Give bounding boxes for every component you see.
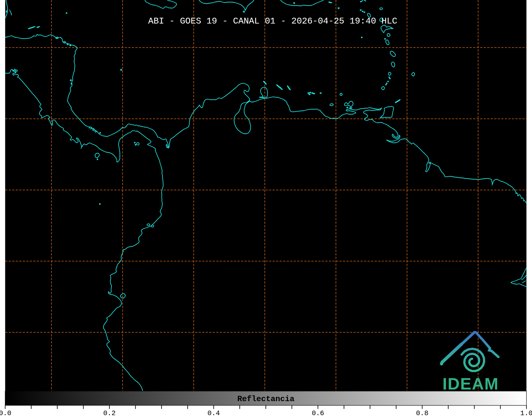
svg-text:IDEAM: IDEAM	[443, 374, 499, 393]
svg-text:0.6: 0.6	[312, 409, 324, 417]
svg-text:1.0: 1.0	[520, 409, 532, 417]
svg-text:0.2: 0.2	[103, 409, 116, 417]
svg-text:Reflectancia: Reflectancia	[237, 395, 294, 404]
svg-text:0.4: 0.4	[207, 409, 220, 417]
svg-text:ABI - GOES 19 - CANAL 01 - 202: ABI - GOES 19 - CANAL 01 - 2026-04-25 19…	[148, 16, 397, 26]
svg-text:0.0: 0.0	[0, 409, 11, 417]
svg-text:0.8: 0.8	[416, 409, 428, 417]
